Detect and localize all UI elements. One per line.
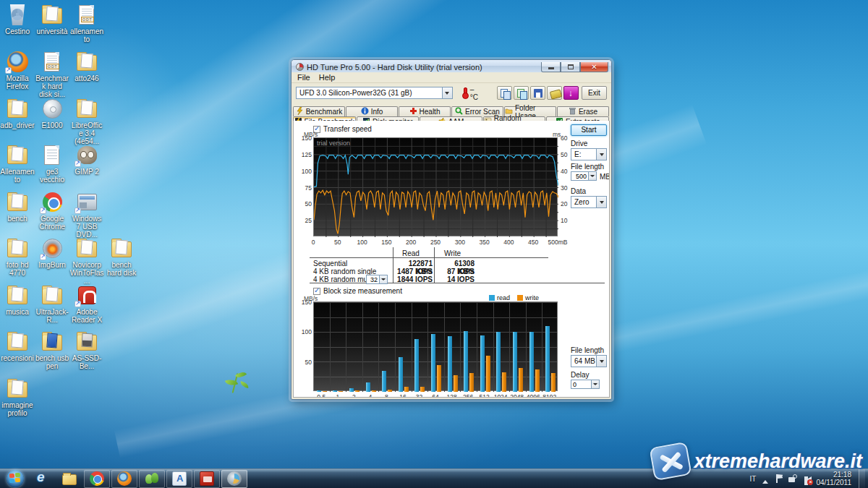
desktop-icon-benchmark-hard-disk-si[interactable]: Benchmark hard disk si... bbox=[35, 51, 69, 98]
y-axis-tick-left: 75 bbox=[297, 184, 312, 192]
taskbar-icon-hdtune[interactable] bbox=[221, 470, 247, 488]
desktop-icon-foto-hd-4770[interactable]: foto hd 4770 bbox=[0, 238, 35, 277]
y-axis-tick-right: 60 bbox=[561, 134, 567, 142]
data-pattern-select[interactable]: Zero bbox=[571, 196, 607, 208]
file-length2-select[interactable]: 64 MB bbox=[571, 355, 607, 367]
desktop-icon-adobe-reader-x[interactable]: Adobe Reader X bbox=[69, 285, 104, 324]
desktop-icon-e1000[interactable]: E1000 bbox=[35, 98, 69, 129]
result-row-label: 4 KB random multi bbox=[313, 275, 373, 283]
desktop-icon-ultrajack-r[interactable]: UltraJack-R... bbox=[35, 285, 69, 324]
menu-item-help[interactable]: Help bbox=[319, 73, 336, 82]
desktop-icon-novicorp-wintoflas[interactable]: Novicorp WinToFlas... bbox=[69, 238, 104, 285]
file-length-stepper[interactable]: 500 bbox=[571, 171, 597, 181]
shortcut-arrow-icon bbox=[75, 301, 81, 307]
desktop-icon-label: allenamento bbox=[69, 27, 104, 43]
transfer-speed-checkbox[interactable]: Transfer speed bbox=[313, 125, 372, 133]
exit-button[interactable]: Exit bbox=[582, 86, 607, 100]
tab-label: Benchmark bbox=[306, 108, 343, 116]
close-button[interactable]: ✕ bbox=[580, 62, 608, 72]
desktop-icon-bench[interactable]: bench bbox=[0, 192, 35, 223]
erase-icon bbox=[569, 107, 576, 116]
language-indicator[interactable]: IT bbox=[750, 475, 757, 483]
odt-icon bbox=[40, 51, 64, 73]
desktop-icon-universit[interactable]: università bbox=[35, 4, 69, 35]
desktop-icon-ge3-vecchio[interactable]: ge3 vecchio bbox=[35, 145, 69, 184]
download-update-button[interactable] bbox=[563, 86, 579, 100]
desktop-icon-allenamento[interactable]: allenamento bbox=[69, 4, 104, 43]
stepper-down-icon[interactable] bbox=[592, 385, 599, 389]
taskbar-icon-writer[interactable] bbox=[166, 470, 192, 488]
desktop-icon-gimp-2[interactable]: GIMP 2 bbox=[69, 145, 104, 176]
bar-group-512 bbox=[477, 302, 493, 392]
desktop-icon-atto246[interactable]: atto246 bbox=[69, 51, 104, 82]
copy-image-button[interactable] bbox=[514, 86, 529, 100]
desktop-icon-libreoffice-3-4-4e54[interactable]: LibreOffice 3.4 (4e54... bbox=[69, 98, 104, 145]
tab-label: Info bbox=[371, 108, 383, 116]
desktop-icon-mozilla-firefox[interactable]: Mozilla Firefox bbox=[0, 51, 35, 90]
drive-select[interactable]: E: bbox=[571, 148, 607, 160]
folder-blue-icon bbox=[40, 331, 64, 353]
device-select[interactable]: UFD 3.0 Silicon-Power32G (31 gB) bbox=[296, 87, 453, 99]
desktop-icon-label: UltraJack-R... bbox=[35, 308, 69, 324]
volume-muted-icon[interactable] bbox=[802, 474, 811, 483]
bar-group-1024 bbox=[493, 302, 510, 392]
folder-icon bbox=[5, 192, 30, 213]
start-button[interactable]: Start bbox=[571, 124, 607, 136]
desktop-icon-google-chrome[interactable]: Google Chrome bbox=[35, 192, 69, 231]
copy-text-button[interactable] bbox=[497, 86, 512, 100]
taskbar-icon-firefox[interactable] bbox=[111, 470, 137, 488]
tab-health[interactable]: Health bbox=[399, 106, 451, 116]
delay-stepper[interactable]: 0 bbox=[571, 380, 600, 389]
save-button[interactable] bbox=[530, 86, 545, 100]
desktop-icon-imgburn[interactable]: ImgBurn bbox=[35, 238, 69, 269]
stepper-down-icon[interactable] bbox=[380, 280, 387, 284]
firefox-icon bbox=[117, 471, 132, 486]
desktop-icon-as-ssd-be[interactable]: AS-SSD-Be... bbox=[69, 331, 104, 370]
desktop-icon-bench-hard-disk[interactable]: bench hard disk bbox=[104, 238, 139, 277]
windows-orb-icon bbox=[7, 470, 24, 487]
desktop-icon-immagine-profilo[interactable]: immagine profilo bbox=[0, 378, 35, 417]
taskbar-icon-messenger[interactable] bbox=[139, 470, 165, 488]
bar-group-64 bbox=[427, 302, 444, 392]
clock-time: 21:18 bbox=[816, 471, 851, 479]
screenshot-button[interactable] bbox=[547, 86, 562, 100]
window-titlebar[interactable]: HD Tune Pro 5.00 - Hard Disk Utility (tr… bbox=[292, 60, 611, 72]
wallpaper-sprout-graphic bbox=[224, 367, 255, 395]
minimize-button[interactable] bbox=[541, 62, 561, 72]
chevron-up-icon[interactable] bbox=[761, 474, 770, 483]
folder-icon bbox=[75, 238, 99, 260]
read-bar bbox=[382, 371, 386, 392]
taskbar-icon-redapp[interactable] bbox=[194, 470, 220, 488]
show-desktop-button[interactable] bbox=[859, 469, 865, 488]
desktop-icon-musica[interactable]: musica bbox=[0, 285, 35, 316]
clock-date: 04/11/2011 bbox=[816, 479, 851, 487]
taskbar-clock[interactable]: 21:18 04/11/2011 bbox=[816, 471, 851, 487]
folder-dark-icon bbox=[75, 331, 99, 353]
tab-benchmark[interactable]: Benchmark bbox=[293, 106, 345, 116]
desktop-icon-cestino[interactable]: Cestino bbox=[0, 4, 35, 35]
folder-icon bbox=[5, 145, 30, 166]
desktop-icon-adb-driver[interactable]: adb_driver bbox=[0, 98, 35, 129]
read-bar bbox=[529, 332, 534, 393]
start-button[interactable] bbox=[3, 470, 27, 488]
taskbar-icon-chrome[interactable] bbox=[84, 470, 110, 488]
desktop-icon-recensioni[interactable]: recensioni bbox=[0, 331, 35, 362]
y-axis-tick-left: 150 bbox=[297, 134, 312, 142]
taskbar-icon-explorer[interactable] bbox=[56, 470, 82, 488]
desktop-icon-allenamento[interactable]: Allenamento bbox=[0, 145, 35, 184]
maximize-button[interactable] bbox=[561, 62, 580, 72]
desktop-icon-label: foto hd 4770 bbox=[0, 261, 35, 277]
block-size-checkbox[interactable]: Block size measurement bbox=[313, 287, 402, 295]
desktop-icon-windows-7-usb-dvd[interactable]: Windows 7 USB DVD... bbox=[69, 192, 104, 239]
read-bar bbox=[333, 390, 337, 393]
action-center-flag-icon[interactable] bbox=[775, 474, 783, 483]
network-icon[interactable] bbox=[788, 474, 797, 483]
tab-info[interactable]: Info bbox=[346, 106, 398, 116]
stepper-down-icon[interactable] bbox=[589, 176, 596, 181]
taskbar: IT 21:18 04/11/2011 bbox=[0, 468, 868, 488]
desktop-icon-bench-usb-pen[interactable]: bench usb pen bbox=[35, 331, 69, 370]
tab-erase[interactable]: Erase bbox=[557, 106, 609, 116]
menu-item-file[interactable]: File bbox=[297, 73, 310, 82]
random-multi-stepper[interactable]: 32 bbox=[366, 275, 388, 284]
taskbar-icon-ie[interactable] bbox=[29, 470, 55, 488]
